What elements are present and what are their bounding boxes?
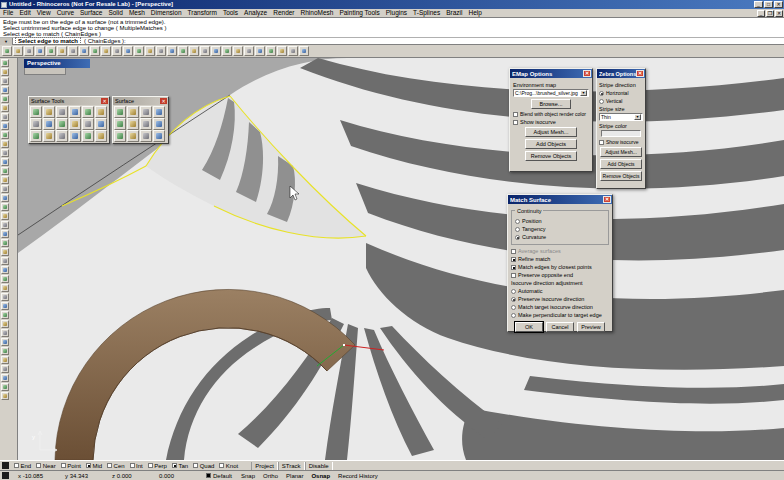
tool-icon-cylinder[interactable]	[1, 239, 9, 247]
tool-icon-polygon[interactable]	[1, 131, 9, 139]
osnap-checkbox[interactable]	[86, 463, 91, 468]
tool-icon-ellipse[interactable]	[1, 113, 9, 121]
osnap-mid[interactable]: Mid	[86, 463, 102, 469]
blend-surface[interactable]	[69, 106, 81, 118]
chevron-down-icon[interactable]: ▼	[634, 114, 641, 120]
toolbar-icon-move[interactable]	[189, 46, 199, 56]
blend-render-color-checkbox[interactable]	[513, 112, 518, 117]
osnap-int[interactable]: Int	[130, 463, 143, 469]
command-prompt-options[interactable]: ( ChainEdges ):	[84, 38, 126, 44]
surface-palette-titlebar[interactable]: Surface ✕	[113, 97, 168, 105]
menu-plugins[interactable]: Plugins	[383, 9, 410, 17]
tool-icon-text[interactable]	[1, 158, 9, 166]
change-surface-degree[interactable]	[95, 118, 107, 130]
match-surface[interactable]	[82, 106, 94, 118]
tool-icon-chamfer[interactable]	[1, 338, 9, 346]
titlebar[interactable]: Untitled - Rhinoceros (Not For Resale La…	[0, 0, 784, 9]
make-perpendicular-radio[interactable]	[511, 313, 516, 318]
fillet-surface[interactable]	[30, 106, 42, 118]
menu-mesh[interactable]: Mesh	[126, 9, 148, 17]
vertical-radio[interactable]	[599, 99, 604, 104]
tool-icon-polyline[interactable]	[1, 77, 9, 85]
toolbar-icon-undo[interactable]	[79, 46, 89, 56]
osnap-checkbox[interactable]	[148, 463, 153, 468]
child-close-button[interactable]: ✕	[775, 10, 783, 17]
close-icon[interactable]: ✕	[160, 98, 167, 104]
osnap-bar-grip[interactable]	[2, 462, 9, 469]
join-surfaces[interactable]	[30, 118, 42, 130]
tangency-radio[interactable]	[515, 227, 520, 232]
tool-icon-plane[interactable]	[1, 176, 9, 184]
osnap-knot[interactable]: Knot	[219, 463, 238, 469]
menu-t-splines[interactable]: T-Splines	[410, 9, 443, 17]
tool-icon-mesh-box[interactable]	[1, 275, 9, 283]
average-surfaces-checkbox[interactable]	[511, 249, 516, 254]
drape[interactable]	[140, 130, 152, 142]
osnap-tan[interactable]: Tan	[172, 463, 188, 469]
menu-file[interactable]: File	[0, 9, 16, 17]
untrim-surface[interactable]	[43, 118, 55, 130]
tool-icon-rectangle[interactable]	[1, 122, 9, 130]
toolbar-icon-print[interactable]	[35, 46, 45, 56]
environment-map-select[interactable]: C:\Prog...\brushed_silver.jpg ▼	[513, 89, 589, 97]
tool-icon-join[interactable]	[1, 284, 9, 292]
offset-surface[interactable]	[69, 130, 81, 142]
preview-button[interactable]: Preview	[577, 322, 605, 332]
osnap-button-project[interactable]: Project	[251, 462, 278, 470]
automatic-radio[interactable]	[511, 289, 516, 294]
surface-from-network[interactable]	[114, 130, 126, 142]
close-icon[interactable]: ✕	[636, 70, 644, 77]
toolbar-icon-new-file[interactable]	[2, 46, 12, 56]
remove-objects-button[interactable]: Remove Objects	[525, 151, 577, 161]
viewport-title[interactable]: Perspective	[24, 59, 90, 68]
tool-icon-arc[interactable]	[1, 104, 9, 112]
current-layer[interactable]: Default	[206, 473, 232, 479]
menu-curve[interactable]: Curve	[54, 9, 77, 17]
toolbar-icon-join[interactable]	[244, 46, 254, 56]
osnap-checkbox[interactable]	[219, 463, 224, 468]
tool-icon-sweep-2[interactable]	[1, 212, 9, 220]
toolbar-icon-zoom-selected[interactable]	[145, 46, 155, 56]
maximize-button[interactable]: □	[764, 1, 773, 8]
toolbar-icon-rotate-view[interactable]	[167, 46, 177, 56]
minimize-button[interactable]: _	[754, 1, 763, 8]
rebuild-surface[interactable]	[82, 118, 94, 130]
surface-tools-palette-titlebar[interactable]: Surface Tools ✕	[29, 97, 109, 105]
tool-icon-revolve[interactable]	[1, 194, 9, 202]
tool-icon-curve[interactable]	[1, 86, 9, 94]
add-objects-button[interactable]: Add Objects	[525, 139, 577, 149]
toolbar-icon-mirror[interactable]	[233, 46, 243, 56]
osnap-cen[interactable]: Cen	[107, 463, 125, 469]
toolbar-icon-explode[interactable]	[255, 46, 265, 56]
extrude-curve[interactable]	[153, 106, 165, 118]
horizontal-radio[interactable]	[599, 91, 604, 96]
menu-tools[interactable]: Tools	[220, 9, 241, 17]
match-surface-dialog-titlebar[interactable]: Match Surface ✕	[508, 195, 612, 204]
tool-icon-extend[interactable]	[1, 320, 9, 328]
variable-radius-fillet[interactable]	[82, 130, 94, 142]
preserve-isocurve-direction-radio[interactable]	[511, 297, 516, 302]
match-target-isocurve-radio[interactable]	[511, 305, 516, 310]
tool-icon-pointer[interactable]	[1, 59, 9, 67]
toolbar-icon-redo[interactable]	[90, 46, 100, 56]
status-toggle-planar[interactable]: Planar	[286, 473, 303, 479]
status-toggle-record-history[interactable]: Record History	[338, 473, 378, 479]
menu-dimension[interactable]: Dimension	[148, 9, 185, 17]
curvature-radio[interactable]	[515, 235, 520, 240]
trim-surface[interactable]	[69, 118, 81, 130]
osnap-button-strack[interactable]: STrack	[278, 462, 305, 470]
toolbar-icon-paste[interactable]	[68, 46, 78, 56]
tool-icon-line[interactable]	[1, 140, 9, 148]
split-surface[interactable]	[56, 118, 68, 130]
remove-knot[interactable]	[43, 130, 55, 142]
tool-icon-sweep-1[interactable]	[1, 203, 9, 211]
status-toggle-osnap[interactable]: Osnap	[311, 473, 330, 479]
tool-icon-rotate[interactable]	[1, 374, 9, 382]
tool-icon-loft[interactable]	[1, 185, 9, 193]
revolve[interactable]	[114, 118, 126, 130]
child-minimize-button[interactable]: _	[757, 10, 765, 17]
shrink-trimmed-surface[interactable]	[56, 130, 68, 142]
toolbar-icon-cut[interactable]	[46, 46, 56, 56]
status-toggle-ortho[interactable]: Ortho	[263, 473, 278, 479]
insert-knot[interactable]	[30, 130, 42, 142]
